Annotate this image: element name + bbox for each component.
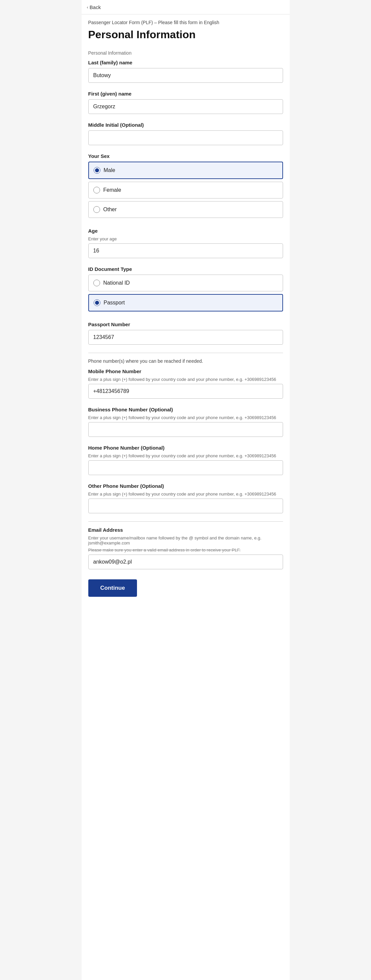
id-document-label: ID Document Type: [88, 266, 283, 272]
sex-option-other[interactable]: Other: [88, 201, 283, 218]
other-phone-sublabel: Enter a plus sign (+) followed by your c…: [88, 492, 283, 496]
age-label: Age: [88, 228, 283, 234]
mobile-phone-input[interactable]: [88, 384, 283, 399]
back-chevron-icon: ‹: [87, 5, 88, 10]
middle-initial-field-group: Middle Initial (Optional): [88, 122, 283, 145]
id-radio-passport[interactable]: [94, 299, 101, 306]
passport-number-input[interactable]: [88, 330, 283, 345]
email-sublabel2: Please make sure you enter a valid email…: [88, 547, 283, 552]
back-button[interactable]: ‹ Back: [87, 4, 101, 10]
sex-label: Your Sex: [88, 153, 283, 159]
home-phone-sublabel: Enter a plus sign (+) followed by your c…: [88, 453, 283, 458]
home-phone-field-group: Home Phone Number (Optional) Enter a plu…: [88, 445, 283, 475]
other-phone-input[interactable]: [88, 498, 283, 513]
section-label: Personal Information: [88, 50, 283, 56]
mobile-phone-label: Mobile Phone Number: [88, 369, 283, 374]
home-phone-input[interactable]: [88, 460, 283, 475]
form-title: Personal Information: [88, 29, 283, 41]
last-name-label: Last (family) name: [88, 60, 283, 65]
email-section-divider: [88, 521, 283, 522]
id-option-national[interactable]: National ID: [88, 275, 283, 291]
sex-radio-female[interactable]: [93, 187, 100, 194]
first-name-field-group: First (given) name: [88, 91, 283, 114]
sex-radio-other[interactable]: [93, 206, 100, 213]
id-document-field-group: ID Document Type National ID Passport: [88, 266, 283, 313]
email-sublabel1: Enter your username/mailbox name followe…: [88, 535, 283, 546]
sex-option-female[interactable]: Female: [88, 182, 283, 199]
sex-option-male-label: Male: [104, 167, 115, 173]
age-input[interactable]: [88, 243, 283, 258]
other-phone-label: Other Phone Number (Optional): [88, 483, 283, 489]
mobile-phone-sublabel: Enter a plus sign (+) followed by your c…: [88, 377, 283, 382]
sex-field-group: Your Sex Male Female Other: [88, 153, 283, 220]
business-phone-field-group: Business Phone Number (Optional) Enter a…: [88, 407, 283, 437]
email-field-group: Email Address Enter your username/mailbo…: [88, 527, 283, 569]
continue-button[interactable]: Continue: [88, 579, 138, 597]
first-name-label: First (given) name: [88, 91, 283, 97]
mobile-phone-field-group: Mobile Phone Number Enter a plus sign (+…: [88, 369, 283, 399]
id-option-passport-label: Passport: [104, 300, 125, 306]
sex-option-male[interactable]: Male: [88, 162, 283, 179]
passport-number-label: Passport Number: [88, 321, 283, 327]
first-name-input[interactable]: [88, 99, 283, 114]
back-bar: ‹ Back: [82, 0, 290, 14]
id-option-passport[interactable]: Passport: [88, 294, 283, 312]
back-label: Back: [90, 4, 101, 10]
home-phone-label: Home Phone Number (Optional): [88, 445, 283, 450]
form-subtitle: Passenger Locator Form (PLF) – Please fi…: [88, 20, 283, 25]
sex-option-female-label: Female: [103, 187, 121, 193]
last-name-input[interactable]: [88, 68, 283, 83]
other-phone-field-group: Other Phone Number (Optional) Enter a pl…: [88, 483, 283, 513]
business-phone-input[interactable]: [88, 422, 283, 437]
business-phone-sublabel: Enter a plus sign (+) followed by your c…: [88, 415, 283, 420]
sex-radio-group: Male Female Other: [88, 162, 283, 220]
phone-section-divider: [88, 353, 283, 353]
id-document-radio-group: National ID Passport: [88, 275, 283, 313]
age-sublabel: Enter your age: [88, 236, 283, 242]
form-header: Passenger Locator Form (PLF) – Please fi…: [82, 14, 290, 45]
sex-radio-male[interactable]: [94, 167, 101, 174]
phone-note: Phone number(s) where you can be reached…: [88, 358, 283, 364]
email-input[interactable]: [88, 555, 283, 569]
id-radio-national[interactable]: [93, 280, 100, 286]
sex-option-other-label: Other: [103, 207, 117, 213]
form-body: Personal Information Last (family) name …: [82, 50, 290, 569]
email-label: Email Address: [88, 527, 283, 533]
passport-number-field-group: Passport Number: [88, 321, 283, 345]
middle-initial-label: Middle Initial (Optional): [88, 122, 283, 128]
middle-initial-input[interactable]: [88, 130, 283, 145]
age-field-group: Age Enter your age: [88, 228, 283, 258]
last-name-field-group: Last (family) name: [88, 60, 283, 83]
business-phone-label: Business Phone Number (Optional): [88, 407, 283, 412]
id-option-national-label: National ID: [103, 280, 130, 286]
